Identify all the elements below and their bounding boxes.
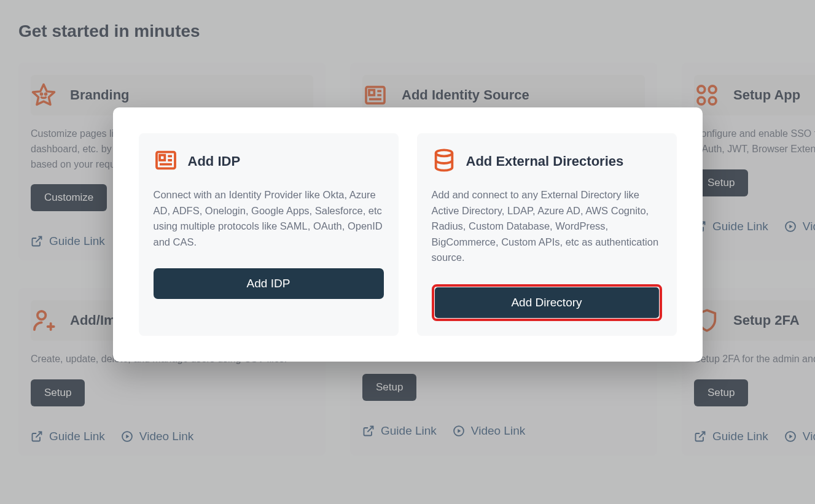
modal-card-add-idp: Add IDP Connect with an Identity Provide… <box>139 133 399 336</box>
database-icon <box>432 148 456 175</box>
highlight-frame: Add Directory <box>432 284 662 321</box>
add-directory-button[interactable]: Add Directory <box>435 287 659 318</box>
svg-point-16 <box>435 150 452 156</box>
id-card-icon <box>154 148 178 175</box>
modal-title-add-idp: Add IDP <box>188 153 241 169</box>
modal-card-add-directory: Add External Directories Add and connect… <box>417 133 677 336</box>
add-idp-button[interactable]: Add IDP <box>154 268 384 299</box>
modal-overlay[interactable]: Add IDP Connect with an Identity Provide… <box>0 0 815 504</box>
svg-rect-15 <box>160 155 165 160</box>
modal-desc-add-idp: Connect with an Identity Provider like O… <box>154 187 384 250</box>
modal-title-add-directory: Add External Directories <box>466 153 624 169</box>
modal-desc-add-directory: Add and connect to any External Director… <box>432 187 662 266</box>
identity-source-modal: Add IDP Connect with an Identity Provide… <box>113 107 703 362</box>
